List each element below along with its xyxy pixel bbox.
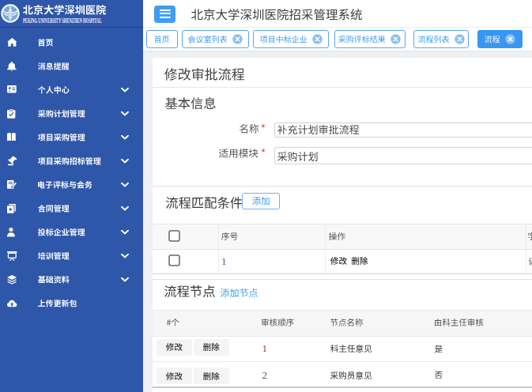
svg-text:PEKING UNIVERSITY SHENZHEN HOS: PEKING UNIVERSITY SHENZHEN HOSPITAL (23, 17, 102, 24)
